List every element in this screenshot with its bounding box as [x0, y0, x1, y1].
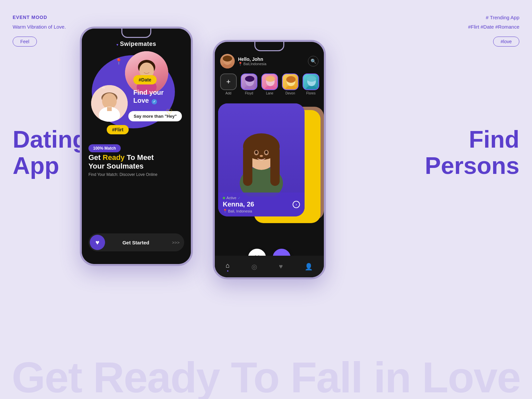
- story-label-floyd: Floyd: [245, 91, 253, 95]
- p1-flirt-badge: #Flirt: [107, 125, 129, 134]
- svg-point-15: [264, 85, 276, 90]
- p2-header: Hello, John 📍 Bali,Indonesia 🔍: [220, 54, 319, 68]
- add-story-btn[interactable]: +: [220, 73, 237, 90]
- find-love-line1: Find your: [133, 88, 164, 96]
- svg-rect-28: [243, 146, 252, 186]
- story-label-flores: Flores: [306, 91, 316, 95]
- phone1-header: ♥ Swipemates: [82, 41, 191, 48]
- nav-favorites[interactable]: ♥: [279, 263, 283, 270]
- find-persons-hero: Find Persons: [425, 126, 519, 179]
- watermark-text: Get Ready To Fall in Love: [0, 352, 532, 399]
- phone1-screen: ♥ Swipemates: [82, 29, 191, 264]
- hashtags-label: #Flirt #Date #Romance: [468, 24, 519, 30]
- card-location: 📍 Bali, Indonesia: [223, 209, 300, 213]
- location-pin-icon: 📍: [238, 62, 243, 66]
- verified-check: ✓: [238, 196, 240, 200]
- stories-row: + Add Floyd: [220, 73, 319, 95]
- p1-date-badge: #Date: [133, 75, 157, 84]
- phone1-device: ♥ Swipemates: [80, 27, 193, 266]
- p1-title: Get Ready To Meet: [88, 153, 188, 162]
- active-dot: [223, 197, 225, 199]
- svg-rect-8: [107, 107, 112, 111]
- p1-woman-circle: [125, 51, 168, 94]
- user-location: 📍 Bali,Indonesia: [238, 62, 308, 66]
- btn-label: Get Started: [100, 240, 172, 245]
- phone2-screen: Hello, John 📍 Bali,Indonesia 🔍 + Add: [215, 42, 324, 277]
- love-hashtag-button[interactable]: #love: [493, 37, 519, 47]
- nav-active-indicator: [227, 270, 228, 272]
- svg-point-12: [244, 85, 256, 90]
- user-avatar: [220, 54, 235, 68]
- story-add[interactable]: + Add: [220, 73, 237, 95]
- profile-name: Kenna, 26: [223, 200, 254, 208]
- p1-find-love: Find your Love ✓: [133, 88, 164, 104]
- svg-point-18: [285, 85, 297, 90]
- svg-point-11: [223, 56, 232, 62]
- verified-icon: ✓: [152, 99, 157, 104]
- explore-icon: ◎: [251, 263, 257, 271]
- svg-point-17: [266, 76, 275, 82]
- phone2-notch: [254, 42, 284, 51]
- story-flores[interactable]: Flores: [303, 73, 319, 95]
- name-row: Kenna, 26 ›: [223, 200, 300, 208]
- get-started-button[interactable]: ♥ Get Started >>>: [88, 233, 184, 251]
- active-text: Active: [226, 196, 236, 200]
- nav-explore[interactable]: ◎: [251, 263, 257, 271]
- p1-heart-decoration: ♡: [166, 108, 173, 116]
- phone2-device: Hello, John 📍 Bali,Indonesia 🔍 + Add: [213, 40, 326, 279]
- card-info-overlay: Active ✓ Kenna, 26 › 📍 Bali, Indonesia: [218, 193, 305, 216]
- p1-match-badge: 100% Match: [88, 144, 121, 152]
- active-status-row: Active ✓: [223, 196, 300, 200]
- main-profile-card[interactable]: Active ✓ Kenna, 26 › 📍 Bali, Indonesia ↪: [218, 103, 305, 216]
- event-mood-label: EVENT MOOD: [13, 15, 47, 20]
- avatar-photo: [220, 54, 235, 68]
- profile-chevron[interactable]: ›: [293, 201, 300, 208]
- app-name: Swipemates: [120, 41, 156, 47]
- cards-area: Active ✓ Kenna, 26 › 📍 Bali, Indonesia ↪: [218, 103, 321, 247]
- svg-point-23: [307, 76, 316, 82]
- svg-point-6: [102, 93, 117, 109]
- story-avatar-floyd: [241, 73, 257, 90]
- p1-location-icon: 📍: [115, 58, 122, 65]
- card-location-pin: 📍: [223, 209, 227, 213]
- svg-point-14: [245, 76, 254, 82]
- nav-profile[interactable]: 👤: [305, 263, 313, 271]
- find-love-line2: Love ✓: [133, 96, 164, 104]
- svg-point-20: [286, 76, 296, 83]
- svg-point-21: [306, 85, 318, 90]
- dating-app-hero: Dating App: [13, 126, 87, 179]
- p1-deco-zigzag: ~: [102, 84, 105, 91]
- feel-button[interactable]: Feel: [13, 37, 37, 47]
- story-devon[interactable]: Devon: [282, 73, 299, 95]
- hello-text: Hello, John: [238, 57, 308, 62]
- warm-vibration-label: Warm Vibration of Love.: [13, 24, 66, 30]
- story-label-devon: Devon: [286, 91, 295, 95]
- story-avatar-lane: [261, 73, 278, 90]
- p1-subtitle: Find Your Match: Discover Love Online: [88, 172, 188, 177]
- search-button[interactable]: 🔍: [308, 56, 319, 66]
- p1-man-circle: [91, 85, 128, 122]
- svg-point-33: [265, 151, 268, 154]
- phone1-notch: [121, 29, 151, 38]
- trending-label: # Trending App: [486, 15, 519, 20]
- story-label-lane: Lane: [266, 91, 273, 95]
- nav-home[interactable]: ⌂: [226, 262, 230, 272]
- user-info: Hello, John 📍 Bali,Indonesia: [238, 57, 308, 66]
- home-icon: ⌂: [226, 262, 230, 269]
- bottom-navigation: ⌂ ◎ ♥ 👤: [215, 256, 324, 277]
- btn-arrows: >>>: [172, 240, 180, 245]
- story-floyd[interactable]: Floyd: [241, 73, 257, 95]
- svg-point-34: [260, 155, 263, 157]
- profile-icon: 👤: [305, 263, 313, 271]
- story-label-add: Add: [225, 91, 231, 95]
- story-lane[interactable]: Lane: [261, 73, 278, 95]
- p1-get-ready-section: Get Ready To Meet Your Soulmates Find Yo…: [88, 153, 188, 177]
- p1-woman-photo: [125, 51, 168, 94]
- svg-point-32: [255, 151, 258, 154]
- story-avatar-devon: [282, 73, 299, 90]
- p1-say-more-bubble: Say more than "Hey": [128, 111, 182, 121]
- story-avatar-flores: [303, 73, 319, 90]
- heart-nav-icon: ♥: [279, 263, 283, 270]
- svg-rect-29: [270, 146, 280, 186]
- p1-title-line2: Your Soulmates: [88, 162, 188, 171]
